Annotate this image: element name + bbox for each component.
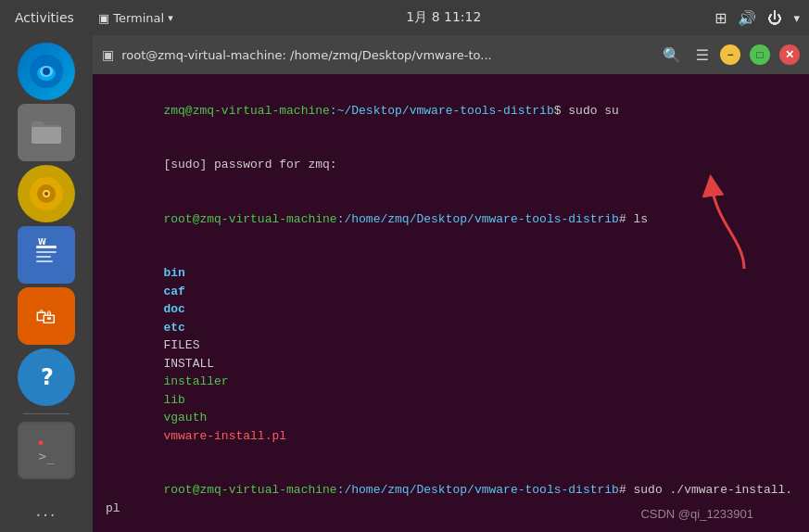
svg-rect-11 xyxy=(36,256,51,258)
window-close-button[interactable]: ✕ xyxy=(779,44,800,65)
terminal-window: ▣ root@zmq-virtual-machine: /home/zmq/De… xyxy=(93,35,809,532)
system-menu-arrow[interactable]: ▾ xyxy=(793,11,800,25)
terminal-content[interactable]: zmq@zmq-virtual-machine:~/Desktop/vmware… xyxy=(93,74,809,532)
svg-point-3 xyxy=(43,68,50,75)
svg-rect-12 xyxy=(36,260,53,262)
top-bar-left: Activities ▣ Terminal ▾ xyxy=(9,8,173,27)
top-bar-right: ⊞ 🔊 ⏻ ▾ xyxy=(714,9,800,27)
terminal-search-button[interactable]: 🔍 xyxy=(659,46,685,64)
sidebar: W 🛍 ? ● >_ ··· xyxy=(0,35,93,532)
sidebar-more-apps[interactable]: ··· xyxy=(35,505,57,525)
terminal-line-ls: bin caf doc etc FILES INSTALL installer … xyxy=(106,247,796,463)
sidebar-item-thunderbird[interactable] xyxy=(18,43,75,100)
activities-button[interactable]: Activities xyxy=(9,8,80,27)
terminal-app-label: ▣ Terminal ▾ xyxy=(98,11,173,25)
svg-rect-10 xyxy=(36,251,57,253)
sidebar-item-help[interactable]: ? xyxy=(18,348,75,406)
terminal-line-3: root@zmq-virtual-machine:/home/zmq/Deskt… xyxy=(106,192,796,247)
terminal-title-text: root@zmq-virtual-machine: /home/zmq/Desk… xyxy=(121,48,651,62)
terminal-line-1: zmq@zmq-virtual-machine:~/Desktop/vmware… xyxy=(106,83,796,138)
terminal-menu-button[interactable]: ☰ xyxy=(692,46,713,64)
svg-text:?: ? xyxy=(41,364,54,390)
sidebar-divider xyxy=(23,413,70,414)
window-minimize-button[interactable]: － xyxy=(720,44,740,65)
top-bar-clock: 1月 8 11:12 xyxy=(406,9,481,26)
terminal-line-5: root@zmq-virtual-machine:/home/zmq/Deskt… xyxy=(106,463,796,533)
sidebar-item-rhythmbox[interactable] xyxy=(18,165,75,222)
volume-icon[interactable]: 🔊 xyxy=(738,9,756,27)
network-icon[interactable]: ⊞ xyxy=(714,9,727,27)
terminal-title-icon: ▣ xyxy=(102,47,114,62)
sidebar-item-files[interactable] xyxy=(18,104,75,161)
sidebar-item-libreoffice-writer[interactable]: W xyxy=(18,226,75,284)
term-path-1: :~/Desktop/vmware-tools-distrib xyxy=(330,104,554,118)
term-path-3: :/home/zmq/Desktop/vmware-tools-distrib xyxy=(337,212,619,226)
sidebar-item-software-center[interactable]: 🛍 xyxy=(18,287,75,345)
terminal-titlebar: ▣ root@zmq-virtual-machine: /home/zmq/De… xyxy=(93,35,809,74)
arrow-annotation xyxy=(698,167,753,282)
top-bar: Activities ▣ Terminal ▾ 1月 8 11:12 ⊞ 🔊 ⏻… xyxy=(0,0,809,35)
term-user-3: root@zmq-virtual-machine xyxy=(163,212,336,226)
svg-rect-8 xyxy=(32,240,60,270)
term-user-1: zmq@zmq-virtual-machine xyxy=(163,104,329,118)
watermark: CSDN @qi_1233901 xyxy=(640,507,753,521)
svg-text:🛍: 🛍 xyxy=(35,305,56,328)
svg-point-7 xyxy=(44,192,48,196)
svg-text:W: W xyxy=(38,238,46,247)
terminal-window-controls: － □ ✕ xyxy=(720,44,800,65)
terminal-icon: ▣ xyxy=(98,11,109,25)
terminal-line-2: [sudo] password for zmq: xyxy=(106,138,796,193)
power-icon[interactable]: ⏻ xyxy=(767,9,782,27)
terminal-dropdown-arrow[interactable]: ▾ xyxy=(168,12,173,24)
sidebar-item-terminal[interactable]: ● >_ xyxy=(18,422,75,479)
window-maximize-button[interactable]: □ xyxy=(750,44,770,65)
main-layout: W 🛍 ? ● >_ ··· ▣ r xyxy=(0,35,809,532)
